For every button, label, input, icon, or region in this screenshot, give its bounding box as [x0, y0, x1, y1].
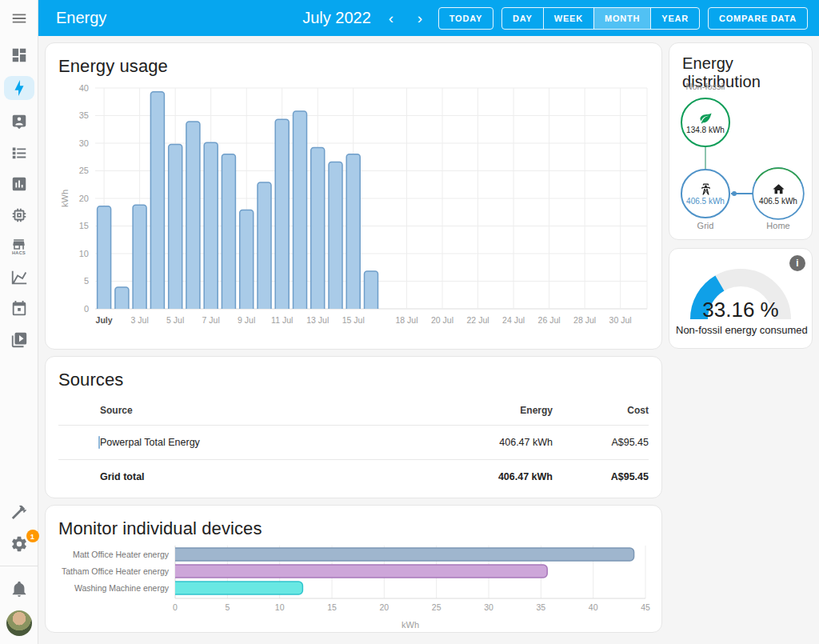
svg-text:0: 0: [173, 602, 178, 612]
device-bar[interactable]: [170, 548, 634, 561]
page-title: Energy: [56, 9, 106, 27]
grid-node[interactable]: 406.5 kWh: [681, 169, 730, 218]
svg-text:40: 40: [79, 83, 89, 93]
non-fossil-label: Non-fossil: [681, 82, 730, 91]
svg-text:25: 25: [432, 602, 441, 612]
app-bar-controls: July 2022 ‹ › TODAY DAY WEEK MONTH YEAR …: [302, 7, 808, 30]
usage-bar[interactable]: [204, 142, 218, 313]
leaf-icon: [699, 111, 713, 125]
sidebar-divider: [0, 566, 38, 566]
svg-text:kWh: kWh: [60, 190, 70, 207]
calendar-icon: [10, 300, 28, 318]
sidebar-item-hacs[interactable]: HACS: [4, 236, 34, 256]
device-bar[interactable]: [170, 565, 547, 578]
sidebar-item-history[interactable]: [4, 174, 34, 194]
svg-text:24 Jul: 24 Jul: [502, 315, 525, 325]
today-button[interactable]: TODAY: [438, 7, 493, 30]
sidebar-item-energy[interactable]: [4, 76, 34, 100]
sidebar-item-settings[interactable]: 1: [4, 534, 34, 554]
svg-text:15: 15: [79, 221, 89, 230]
usage-bar[interactable]: [346, 154, 360, 313]
svg-text:9 Jul: 9 Jul: [238, 315, 255, 325]
usage-bar[interactable]: [169, 144, 182, 313]
usage-bar[interactable]: [222, 154, 235, 313]
usage-bar[interactable]: [133, 205, 146, 313]
svg-text:26 Jul: 26 Jul: [538, 315, 561, 325]
svg-text:kWh: kWh: [402, 620, 419, 630]
cost-column-header: Cost: [553, 395, 649, 426]
devices-chart[interactable]: 051015202530354045Matt Office Heater ene…: [58, 544, 650, 632]
non-fossil-node[interactable]: 134.8 kWh: [681, 98, 730, 147]
svg-text:18 Jul: 18 Jul: [396, 315, 418, 325]
next-period-button[interactable]: ›: [410, 7, 430, 30]
sidebar-bottom: 1: [0, 502, 38, 644]
sidebar-item-grafana[interactable]: [4, 267, 34, 287]
home-label: Home: [753, 221, 803, 230]
svg-text:35: 35: [536, 602, 545, 612]
grid-total-energy: 406.47 kWh: [401, 460, 553, 494]
gear-icon: [10, 535, 28, 553]
usage-bar[interactable]: [365, 271, 378, 313]
usage-bar[interactable]: [258, 182, 271, 313]
sidebar-item-dashboard[interactable]: [4, 45, 34, 65]
svg-text:28 Jul: 28 Jul: [573, 315, 596, 325]
sidebar-item-calendar[interactable]: [4, 298, 34, 318]
range-week-button[interactable]: WEEK: [543, 8, 593, 29]
usage-bar[interactable]: [186, 122, 200, 313]
usage-bar[interactable]: [329, 162, 342, 314]
transmission-tower-icon: [699, 182, 713, 196]
device-bar[interactable]: [170, 582, 302, 594]
previous-period-button[interactable]: ‹: [381, 7, 402, 30]
svg-text:Tatham Office Heater energy: Tatham Office Heater energy: [62, 566, 170, 576]
svg-text:45: 45: [641, 602, 650, 612]
sidebar-item-todo-list[interactable]: [4, 142, 34, 162]
sidebar-item-notifications[interactable]: [4, 578, 34, 598]
hammer-icon: [10, 503, 28, 521]
sidebar-item-esphome[interactable]: [4, 205, 34, 225]
menu-button[interactable]: [0, 0, 38, 36]
media-play-box-icon: [10, 331, 28, 349]
gauge-value: 33.16 %: [681, 298, 800, 322]
energy-usage-chart[interactable]: 0510152025303540July3 Jul5 Jul7 Jul9 Jul…: [58, 83, 650, 338]
sources-card: Sources Source Energy Cost Powerpal Tota…: [45, 356, 662, 498]
table-row[interactable]: Powerpal Total Energy 406.47 kWh A$95.45: [58, 426, 649, 460]
usage-bar[interactable]: [275, 119, 289, 313]
usage-bar[interactable]: [150, 92, 164, 313]
svg-text:15 Jul: 15 Jul: [342, 315, 365, 325]
range-month-button[interactable]: MONTH: [593, 8, 650, 29]
chip-icon: [10, 206, 28, 224]
svg-text:0: 0: [84, 304, 89, 314]
sidebar-item-developer-tools[interactable]: [4, 502, 34, 522]
settings-notification-badge: 1: [26, 530, 39, 542]
usage-bar[interactable]: [311, 148, 325, 314]
energy-distribution-card: Energy distribution Non-fossil 134.8 kWh…: [669, 42, 813, 240]
range-year-button[interactable]: YEAR: [650, 8, 699, 29]
usage-bar[interactable]: [98, 206, 111, 313]
compare-data-button[interactable]: COMPARE DATA: [708, 7, 808, 30]
svg-text:Matt Office Heater energy: Matt Office Heater energy: [73, 550, 170, 559]
sidebar-item-media-browser[interactable]: [4, 330, 34, 350]
home-value: 406.5 kWh: [759, 197, 797, 206]
bell-icon: [10, 580, 28, 598]
energy-usage-title: Energy usage: [58, 56, 649, 77]
app-bar: Energy July 2022 ‹ › TODAY DAY WEEK MONT…: [38, 0, 819, 36]
svg-text:Washing Machine energy: Washing Machine energy: [74, 583, 170, 593]
usage-bar[interactable]: [240, 210, 254, 314]
gauge: 33.16 %: [681, 258, 800, 321]
svg-text:15: 15: [327, 602, 337, 612]
non-fossil-value: 134.8 kWh: [686, 126, 725, 134]
grid-total-label: Grid total: [100, 460, 401, 494]
range-day-button[interactable]: DAY: [502, 8, 543, 29]
svg-text:30: 30: [79, 138, 89, 148]
sidebar-item-person[interactable]: [4, 111, 34, 131]
user-avatar[interactable]: [6, 610, 32, 636]
non-fossil-gauge-card: i 33.16 % Non-fossil energy consumed: [669, 248, 813, 349]
period-label: July 2022: [302, 9, 371, 27]
svg-text:20: 20: [79, 194, 89, 203]
grid-value: 406.5 kWh: [686, 197, 725, 206]
svg-text:July: July: [96, 315, 113, 325]
svg-text:30 Jul: 30 Jul: [609, 315, 632, 325]
side-column: Energy distribution Non-fossil 134.8 kWh…: [669, 42, 813, 638]
usage-bar[interactable]: [294, 111, 307, 313]
home-node[interactable]: 406.5 kWh: [753, 169, 803, 218]
